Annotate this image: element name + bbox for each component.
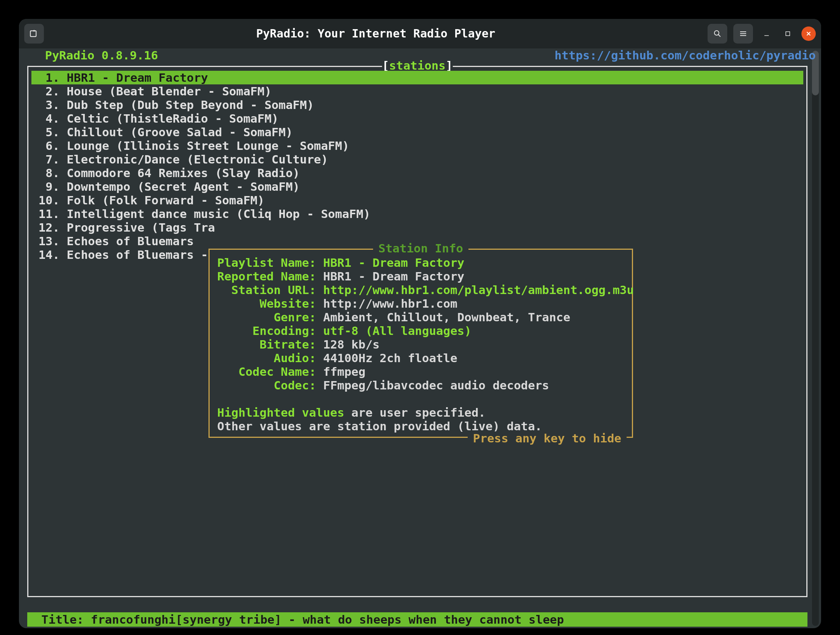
info-row: Website: http://www.hbr1.com xyxy=(217,297,624,310)
window-title: PyRadio: Your Internet Radio Player xyxy=(44,27,707,41)
info-footer-hint: Press any key to hide xyxy=(468,431,627,445)
now-playing-title: Title: francofunghi[synergy tribe] - wha… xyxy=(27,613,564,626)
station-row[interactable]: 5. Chillout (Groove Salad - SomaFM) xyxy=(32,125,803,139)
project-url[interactable]: https://github.com/coderholic/pyradio xyxy=(554,49,816,62)
station-row[interactable]: 4. Celtic (ThistleRadio - SomaFM) xyxy=(32,112,803,125)
station-info-panel: Station Info Playlist Name: HBR1 - Dream… xyxy=(208,249,633,438)
info-row: Station URL: http://www.hbr1.com/playlis… xyxy=(217,283,624,297)
station-row[interactable]: 12. Progressive (Tags Tra xyxy=(32,221,803,234)
station-row[interactable]: 3. Dub Step (Dub Step Beyond - SomaFM) xyxy=(32,98,803,112)
frame-title: [stations] xyxy=(382,58,453,72)
svg-rect-2 xyxy=(786,32,790,36)
info-row: Encoding: utf-8 (All languages) xyxy=(217,324,624,338)
station-list[interactable]: 1. HBR1 - Dream Factory 2. House (Beat B… xyxy=(32,71,803,262)
station-row[interactable]: 2. House (Beat Blender - SomaFM) xyxy=(32,84,803,98)
station-row[interactable]: 8. Commodore 64 Remixes (Slay Radio) xyxy=(32,166,803,180)
maximize-button[interactable] xyxy=(780,26,795,41)
hamburger-menu-button[interactable] xyxy=(733,24,753,44)
app-version: PyRadio 0.8.9.16 xyxy=(45,49,158,62)
info-row: Bitrate: 128 kb/s xyxy=(217,338,624,351)
station-row[interactable]: 10. Folk (Folk Forward - SomaFM) xyxy=(32,193,803,207)
app-window: PyRadio: Your Internet Radio Player PyRa… xyxy=(19,19,821,628)
station-row[interactable]: 6. Lounge (Illinois Street Lounge - Soma… xyxy=(32,139,803,153)
new-tab-button[interactable] xyxy=(24,24,44,44)
info-row: Audio: 44100Hz 2ch floatle xyxy=(217,351,624,365)
bracket-left: [ xyxy=(382,58,389,72)
svg-rect-0 xyxy=(30,31,36,36)
info-panel-title: Station Info xyxy=(373,242,469,255)
search-button[interactable] xyxy=(707,24,727,44)
terminal-area[interactable]: PyRadio 0.8.9.16 https://github.com/code… xyxy=(24,49,821,628)
station-row[interactable]: 7. Electronic/Dance (Electronic Culture) xyxy=(32,153,803,166)
info-row: Playlist Name: HBR1 - Dream Factory xyxy=(217,256,624,269)
info-row: Reported Name: HBR1 - Dream Factory xyxy=(217,269,624,283)
info-row: Codec Name: ffmpeg xyxy=(217,365,624,378)
stations-frame: [stations] 1. HBR1 - Dream Factory 2. Ho… xyxy=(27,66,807,597)
info-row: Genre: Ambient, Chillout, Downbeat, Tran… xyxy=(217,310,624,324)
status-bar: Title: francofunghi[synergy tribe] - wha… xyxy=(27,612,807,627)
info-note: Highlighted values are user specified. O… xyxy=(217,392,624,433)
info-body: Playlist Name: HBR1 - Dream FactoryRepor… xyxy=(210,250,632,436)
titlebar: PyRadio: Your Internet Radio Player xyxy=(19,19,821,49)
info-row: Codec: FFmpeg/libavcodec audio decoders xyxy=(217,378,624,392)
frame-label-text: stations xyxy=(389,58,445,72)
station-row[interactable]: 11. Intelligent dance music (Cliq Hop - … xyxy=(32,207,803,221)
close-button[interactable] xyxy=(801,27,816,41)
station-row[interactable]: 1. HBR1 - Dream Factory xyxy=(32,71,803,84)
svg-point-1 xyxy=(714,31,719,35)
bracket-right: ] xyxy=(446,58,453,72)
minimize-button[interactable] xyxy=(759,26,774,41)
station-row[interactable]: 9. Downtempo (Secret Agent - SomaFM) xyxy=(32,180,803,193)
